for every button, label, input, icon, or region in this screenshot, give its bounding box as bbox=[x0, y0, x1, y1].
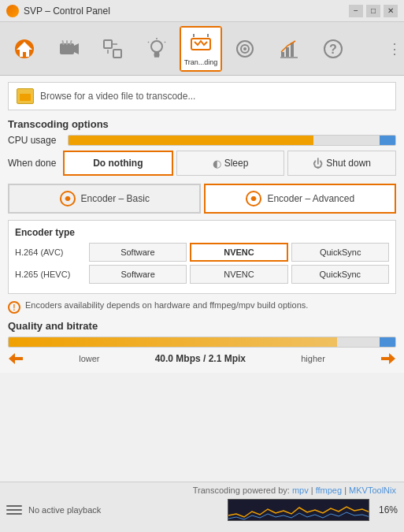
svg-rect-28 bbox=[20, 94, 31, 101]
title-bar: SVP – Control Panel − □ ✕ bbox=[0, 0, 404, 22]
transcoding-section-title: Transcoding options bbox=[8, 118, 396, 130]
maximize-button[interactable]: □ bbox=[366, 5, 380, 17]
svg-line-14 bbox=[148, 42, 149, 43]
when-done-row: When done Do nothing ◐ Sleep ⏻ Shut down bbox=[8, 151, 396, 176]
status-text: No active playback bbox=[28, 505, 221, 515]
minimize-button[interactable]: − bbox=[349, 5, 363, 17]
mkvtoolnix-link[interactable]: MKVToolNix bbox=[349, 485, 396, 495]
h264-nvenc-btn[interactable]: NVENC bbox=[190, 243, 289, 262]
h264-row: H.264 (AVC) Software NVENC QuickSync bbox=[15, 243, 389, 262]
toolbar-transform-button[interactable] bbox=[91, 26, 134, 72]
toolbar-video-button[interactable] bbox=[47, 26, 90, 72]
toolbar-home-button[interactable] bbox=[3, 26, 46, 72]
power-icon: ⏻ bbox=[313, 158, 323, 169]
cpu-percent: 16% bbox=[379, 504, 398, 515]
quality-bar-row bbox=[8, 337, 396, 348]
video-icon bbox=[56, 36, 81, 61]
mpv-link[interactable]: mpv bbox=[292, 485, 309, 495]
home-icon bbox=[12, 36, 37, 61]
h264-label: H.264 (AVC) bbox=[15, 247, 86, 257]
svg-rect-5 bbox=[66, 40, 68, 45]
quality-bar-handle[interactable] bbox=[380, 337, 395, 347]
ffmpeg-link[interactable]: ffmpeg bbox=[316, 485, 342, 495]
cpu-usage-row: CPU usage bbox=[8, 135, 396, 146]
help-icon: ? bbox=[321, 36, 346, 61]
svg-rect-7 bbox=[104, 40, 112, 48]
cpu-progress-bar[interactable] bbox=[68, 135, 396, 146]
svg-point-32 bbox=[251, 196, 256, 201]
app-icon bbox=[6, 5, 19, 17]
svg-point-21 bbox=[243, 47, 246, 50]
toolbar-target-button[interactable] bbox=[224, 26, 266, 72]
quality-center-value: 40.0 Mbps / 2.1 Mpix bbox=[155, 353, 246, 364]
h265-software-btn[interactable]: Software bbox=[89, 265, 187, 284]
encoder-type-section: Encoder type H.264 (AVC) Software NVENC … bbox=[8, 220, 396, 294]
toolbar-more-button[interactable]: ⋮ bbox=[388, 26, 401, 72]
shutdown-button[interactable]: ⏻ Shut down bbox=[287, 151, 396, 176]
encoder-advanced-tab[interactable]: Encoder – Advanced bbox=[204, 184, 397, 214]
chart-icon bbox=[276, 36, 302, 61]
encoders-note-text: Encoders availability depends on hardwar… bbox=[25, 300, 308, 310]
svg-rect-35 bbox=[228, 500, 369, 521]
quality-section-title: Quality and bitrate bbox=[8, 320, 396, 332]
svg-rect-2 bbox=[60, 43, 74, 54]
quality-lower-button[interactable] bbox=[8, 351, 24, 366]
browse-text: Browse for a video file to transcode... bbox=[40, 91, 195, 102]
cpu-progress-handle[interactable] bbox=[380, 136, 395, 145]
sleep-icon: ◐ bbox=[213, 158, 221, 169]
bulb-icon bbox=[144, 36, 169, 61]
status-bar: No active playback 16% bbox=[0, 497, 404, 523]
powered-by-prefix: Transcoding powered by: bbox=[193, 485, 292, 495]
h265-row: H.265 (HEVC) Software NVENC QuickSync bbox=[15, 265, 389, 284]
more-icon: ⋮ bbox=[387, 40, 402, 58]
quality-higher-label: higher bbox=[301, 354, 325, 363]
transcode-label: Tran...ding bbox=[184, 59, 218, 67]
do-nothing-label: Do nothing bbox=[93, 158, 143, 169]
quality-bar-fill bbox=[9, 337, 337, 347]
encoder-type-label: Encoder type bbox=[15, 227, 389, 238]
browse-bar[interactable]: Browse for a video file to transcode... bbox=[8, 82, 396, 110]
h264-software-btn[interactable]: Software bbox=[89, 243, 187, 262]
transform-icon bbox=[100, 36, 125, 61]
svg-text:?: ? bbox=[329, 43, 337, 56]
folder-icon bbox=[17, 88, 34, 104]
quality-controls-row: lower 40.0 Mbps / 2.1 Mpix higher bbox=[8, 351, 396, 366]
svg-marker-3 bbox=[74, 43, 79, 54]
footer: Transcoding powered by: mpv | ffmpeg | M… bbox=[0, 482, 404, 532]
h265-quicksync-btn[interactable]: QuickSync bbox=[291, 265, 389, 284]
mini-chart bbox=[228, 499, 369, 521]
toolbar: Tran...ding ? bbox=[0, 22, 404, 76]
quality-higher-button[interactable] bbox=[380, 351, 396, 366]
h265-label: H.265 (HEVC) bbox=[15, 270, 86, 279]
svg-point-11 bbox=[151, 41, 162, 52]
quality-lower-label: lower bbox=[79, 354, 99, 363]
quality-bar[interactable] bbox=[8, 337, 396, 348]
window-controls: − □ ✕ bbox=[349, 5, 398, 17]
encoder-tabs: Encoder – Basic Encoder – Advanced bbox=[8, 184, 396, 214]
toolbar-chart-button[interactable] bbox=[268, 26, 310, 72]
encoder-advanced-label: Encoder – Advanced bbox=[267, 193, 354, 204]
when-done-buttons: Do nothing ◐ Sleep ⏻ Shut down bbox=[63, 151, 396, 176]
svg-rect-22 bbox=[281, 52, 284, 57]
cpu-progress-fill bbox=[69, 136, 313, 145]
when-done-label: When done bbox=[8, 158, 63, 169]
target-icon bbox=[232, 36, 258, 61]
sleep-label: Sleep bbox=[224, 158, 249, 169]
toolbar-transcode-button[interactable]: Tran...ding bbox=[180, 26, 222, 72]
transcode-icon bbox=[188, 31, 213, 56]
svg-marker-34 bbox=[381, 353, 395, 364]
sleep-button[interactable]: ◐ Sleep bbox=[176, 151, 285, 176]
h264-quicksync-btn[interactable]: QuickSync bbox=[291, 243, 389, 262]
do-nothing-button[interactable]: Do nothing bbox=[63, 151, 173, 176]
menu-icon[interactable] bbox=[6, 502, 22, 518]
h265-nvenc-btn[interactable]: NVENC bbox=[190, 265, 287, 284]
svg-line-15 bbox=[165, 42, 165, 43]
cpu-label: CPU usage bbox=[8, 135, 63, 146]
svg-point-30 bbox=[65, 196, 70, 201]
encoder-basic-tab[interactable]: Encoder – Basic bbox=[8, 184, 201, 214]
encoders-note: ! Encoders availability depends on hardw… bbox=[8, 300, 396, 314]
svg-rect-24 bbox=[291, 43, 294, 57]
toolbar-bulb-button[interactable] bbox=[135, 26, 178, 72]
toolbar-help-button[interactable]: ? bbox=[312, 26, 354, 72]
close-button[interactable]: ✕ bbox=[384, 5, 398, 17]
